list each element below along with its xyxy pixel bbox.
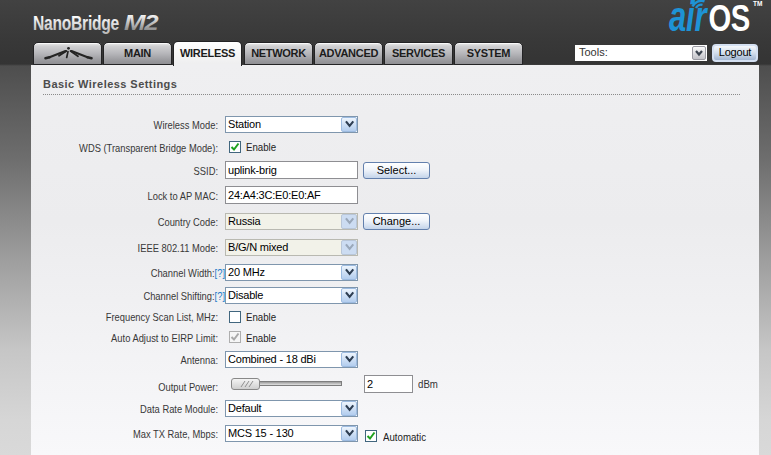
svg-text:M2: M2 xyxy=(124,11,158,35)
svg-text:TM: TM xyxy=(753,0,762,7)
svg-text:NanoBridge: NanoBridge xyxy=(33,12,119,34)
svg-text:air: air xyxy=(669,0,709,40)
svg-text:OS: OS xyxy=(709,0,750,39)
